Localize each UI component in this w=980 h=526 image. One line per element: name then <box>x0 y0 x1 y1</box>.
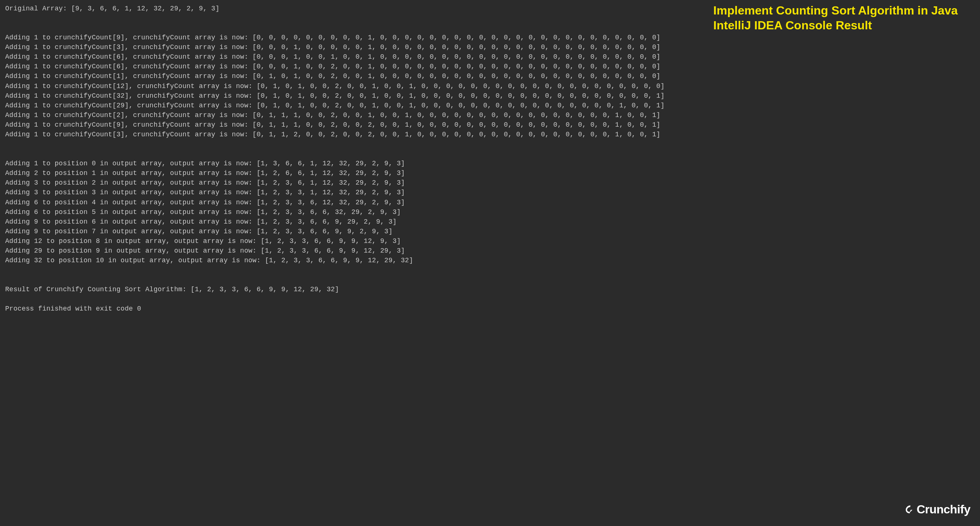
brand-text: Crunchify <box>916 501 970 518</box>
title-line-1: Implement Counting Sort Algorithm in Jav… <box>713 3 958 18</box>
blank-line <box>5 149 975 159</box>
console-result-line: Result of Crunchify Counting Sort Algori… <box>5 285 975 294</box>
console-output-line: Adding 9 to position 7 in output array, … <box>5 226 975 236</box>
title-line-2: IntelliJ IDEA Console Result <box>713 18 958 33</box>
console-output-line: Adding 12 to position 8 in output array,… <box>5 236 975 246</box>
console-count-line: Adding 1 to crunchifyCount[9], crunchify… <box>5 33 975 42</box>
console-count-line: Adding 1 to crunchifyCount[3], crunchify… <box>5 130 975 139</box>
console-count-line: Adding 1 to crunchifyCount[29], crunchif… <box>5 100 975 110</box>
brand-icon <box>902 504 913 515</box>
console-count-line: Adding 1 to crunchifyCount[6], crunchify… <box>5 52 975 62</box>
console-output-line: Adding 29 to position 9 in output array,… <box>5 246 975 255</box>
console-process-line: Process finished with exit code 0 <box>5 304 975 314</box>
blank-line <box>5 139 975 149</box>
blank-line <box>5 275 975 285</box>
console-count-line: Adding 1 to crunchifyCount[12], crunchif… <box>5 81 975 91</box>
console-output-line: Adding 9 to position 6 in output array, … <box>5 217 975 226</box>
console-output-line: Adding 6 to position 5 in output array, … <box>5 207 975 217</box>
console-output-line: Adding 2 to position 1 in output array, … <box>5 168 975 178</box>
console-count-line: Adding 1 to crunchifyCount[9], crunchify… <box>5 120 975 130</box>
blank-line <box>5 265 975 275</box>
console-output-line: Adding 32 to position 10 in output array… <box>5 255 975 265</box>
console-count-line: Adding 1 to crunchifyCount[3], crunchify… <box>5 42 975 52</box>
console-output-line: Adding 3 to position 2 in output array, … <box>5 178 975 188</box>
console-output-line: Adding 6 to position 4 in output array, … <box>5 198 975 207</box>
console-count-line: Adding 1 to crunchifyCount[6], crunchify… <box>5 62 975 71</box>
console-count-line: Adding 1 to crunchifyCount[2], crunchify… <box>5 110 975 120</box>
console-output-line: Adding 3 to position 3 in output array, … <box>5 188 975 197</box>
console-output-line: Adding 1 to position 0 in output array, … <box>5 159 975 168</box>
console-count-line: Adding 1 to crunchifyCount[1], crunchify… <box>5 71 975 81</box>
blank-line <box>5 294 975 304</box>
brand-logo: Crunchify <box>902 501 970 518</box>
title-overlay: Implement Counting Sort Algorithm in Jav… <box>713 3 958 33</box>
console-count-line: Adding 1 to crunchifyCount[32], crunchif… <box>5 91 975 100</box>
